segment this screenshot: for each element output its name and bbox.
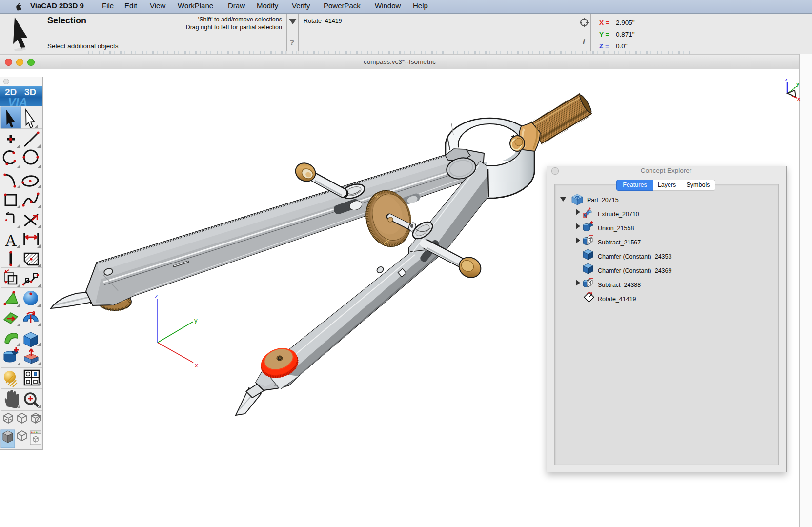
svg-text:x: x — [195, 362, 198, 369]
svg-text:Chamfer (Constant)_24353: Chamfer (Constant)_24353 — [598, 253, 672, 260]
svg-text:x: x — [797, 96, 801, 101]
svg-text:Chamfer (Constant)_24369: Chamfer (Constant)_24369 — [598, 267, 672, 274]
svg-text:y: y — [194, 317, 198, 324]
svg-text:Rotate_41419: Rotate_41419 — [598, 296, 636, 303]
svg-text:z: z — [155, 292, 158, 300]
svg-text:z: z — [785, 77, 788, 82]
svg-text:Union_21558: Union_21558 — [598, 225, 634, 232]
svg-text:Part_20715: Part_20715 — [587, 197, 619, 203]
svg-text:y: y — [796, 81, 800, 87]
svg-text:Subtract_21567: Subtract_21567 — [598, 239, 641, 246]
svg-text:Subtract_24388: Subtract_24388 — [598, 282, 641, 288]
svg-text:A: A — [5, 231, 17, 249]
svg-text:Extrude_20710: Extrude_20710 — [598, 211, 639, 218]
